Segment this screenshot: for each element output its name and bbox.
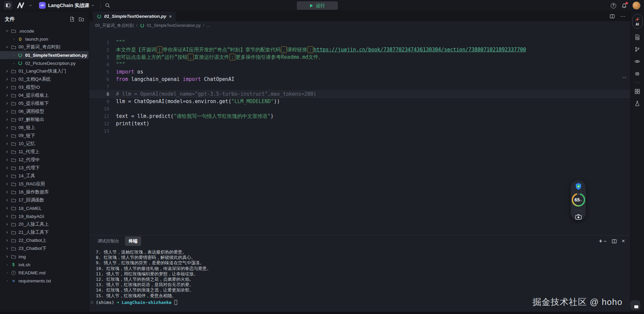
code-line[interactable]: 1""" [89,39,630,46]
tree-folder-item[interactable]: 20_人脉工具上 [0,220,89,228]
tree-folder-item[interactable]: 06_调用模型 [0,107,89,116]
line-number: 10 [89,105,109,113]
code-line[interactable]: 12print(text) [89,120,630,127]
code-line[interactable]: 9llm = ChatOpenAI(model=os.environ.get("… [89,98,630,105]
tree-folder-item[interactable]: .vscode [0,27,89,35]
code-line[interactable]: 3您可以点击最上方的“运行”按钮，直接运行该文件；更多操作指引请参考Readme… [89,53,630,61]
topbar-divider [100,3,101,8]
split-editor-icon[interactable] [610,14,615,19]
code-line[interactable]: 5import os [89,68,630,76]
new-terminal-button[interactable]: + [599,238,606,244]
chevron-right-icon [4,93,10,97]
debug-bug-icon[interactable] [634,70,641,77]
code-line[interactable]: 4""" [89,61,630,68]
pip-restore-icon[interactable] [630,300,640,310]
breadcrumb-separator: / [136,23,137,28]
code-area[interactable]: 1"""2本文件是【开篇词｜带你亲证AI应用开发的“奇点”时刻】章节的配套代码，… [89,30,630,235]
tree-folder-item[interactable]: 17_回调函数 [0,196,89,204]
chevron-down-icon [604,240,607,243]
code-text: 本文件是【开篇词｜带你亲证AI应用开发的“奇点”时刻】章节的配套代码，课程链接：… [116,46,526,53]
editor-tab[interactable]: 01_SimpleTextGeneration.py × [93,11,176,21]
source-control-icon[interactable] [634,46,641,53]
tree-folder-item[interactable]: 22_Chatbot上 [0,236,89,244]
preview-eye-icon[interactable] [634,58,641,65]
chevron-right-icon [4,246,10,251]
code-text: """ [116,39,125,46]
camera-icon[interactable] [575,214,582,220]
user-avatar[interactable] [632,1,641,10]
file-bullet [11,39,17,40]
tree-folder-item[interactable]: 12_代理中 [0,156,89,164]
folder-icon [10,125,17,130]
close-panel-icon[interactable]: × [622,238,625,244]
tree-folder-item[interactable]: 10_记忆 [0,140,89,148]
code-line[interactable]: 7 [89,83,630,90]
search-files-icon[interactable] [634,34,641,41]
code-line[interactable]: 11text = llm.predict("请给我写一句情人节红玫瑰的中文宣传语… [89,113,630,120]
tree-file-item[interactable]: ?README.md [0,269,89,277]
tree-folder-item[interactable]: 19_BabyAGI [0,212,89,220]
project-title[interactable]: LangChain 实战课 [48,2,89,9]
code-line[interactable]: 10 [89,105,630,113]
tree-folder-item[interactable]: 04_提示模板上 [0,91,89,99]
progress-ring[interactable]: 65 % [572,193,585,207]
search-icon[interactable] [105,3,110,8]
floating-extension-widget[interactable]: 65 % [571,180,586,220]
tree-folder-item[interactable]: 18_CAMEL [0,204,89,212]
editor-scrollbar-thumb[interactable] [622,77,626,78]
tree-folder-item[interactable]: 09_链下 [0,132,89,140]
tree-folder-item[interactable]: 07_解析输出 [0,116,89,124]
explorer-title: 文件 [5,16,69,23]
tree-folder-item[interactable]: 05_提示模板下 [0,99,89,107]
new-file-icon[interactable] [69,16,75,22]
tree-file-item[interactable]: 01_SimpleTextGeneration.py [0,51,89,59]
code-line[interactable]: 2本文件是【开篇词｜带你亲证AI应用开发的“奇点”时刻】章节的配套代码，课程链接… [89,46,630,53]
tree-file-item[interactable]: $init.sh [0,261,89,269]
tree-file-item[interactable]: ≡requirements.txt [0,277,89,285]
app-logo[interactable] [17,2,26,8]
panel-tab-debug-console[interactable]: 调试控制台 [94,236,123,246]
testing-flask-icon[interactable] [634,100,641,107]
code-line[interactable]: 6from langchain_openai import ChatOpenAI [89,76,630,83]
tree-folder-item[interactable]: 14_工具 [0,172,89,180]
panel-tab-terminal[interactable]: 终端 [125,236,141,246]
breadcrumb-item[interactable]: 00_开篇词_奇点时刻 [95,23,134,29]
tree-folder-item[interactable]: img [0,253,89,261]
breadcrumb-item[interactable]: ... [207,23,210,28]
tree-folder-item[interactable]: 16_操作数据库 [0,188,89,196]
help-icon[interactable]: ? [611,3,616,8]
code-line[interactable]: 8# llm = OpenAI(model_name="gpt-3.5-turb… [89,90,630,98]
tree-folder-item[interactable]: 08_链上 [0,124,89,132]
breadcrumb-item[interactable]: 01_SimpleTextGeneration.py [147,23,201,28]
tree-folder-item[interactable]: 15_RAG应用 [0,180,89,188]
new-folder-icon[interactable] [79,16,84,22]
folder-icon [10,222,17,227]
ai-assistant-button[interactable]: AI [632,14,643,29]
close-tab-icon[interactable]: × [169,14,172,19]
line-number: 2 [89,46,109,53]
project-chevron-icon[interactable] [91,4,94,7]
file-bullet [11,55,17,56]
more-actions-icon[interactable]: ⋯ [620,13,626,19]
tree-folder-item[interactable]: 13_代理下 [0,164,89,172]
tree-file-item[interactable]: 02_PictureDescription.py [0,59,89,67]
tree-folder-item[interactable]: 11_代理上 [0,148,89,156]
split-terminal-icon[interactable] [612,239,617,244]
tree-folder-item[interactable]: 23_Chatbot下 [0,244,89,253]
sidebar-toggle-button[interactable] [4,1,12,9]
tree-file-item[interactable]: {}launch.json [0,35,89,43]
tree-folder-item[interactable]: 03_模型IO [0,83,89,91]
chevron-right-icon [4,126,10,130]
file-bullet [4,264,10,265]
logo-chevron-icon[interactable] [29,4,32,7]
code-line[interactable]: 13 [89,127,630,135]
tree-folder-item[interactable]: 01_LangChain快速入门 [0,67,89,75]
tree-folder-item[interactable]: 02_文档QA系统 [0,75,89,83]
terminal-cursor [174,300,177,305]
tree-folder-item[interactable]: 00_开篇词_奇点时刻 [0,43,89,51]
shield-check-icon[interactable] [575,183,582,190]
tree-folder-item[interactable]: 21_人脉工具下 [0,228,89,236]
run-button[interactable]: 运行 [297,1,338,10]
extensions-icon[interactable] [634,88,641,95]
notifications-bell-icon[interactable] [621,3,627,8]
